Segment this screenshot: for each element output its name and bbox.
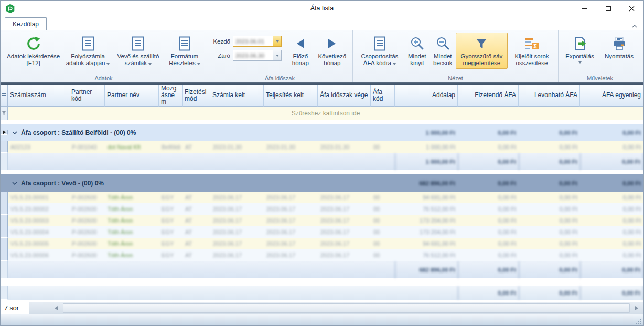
resize-grip[interactable] (636, 318, 642, 324)
expand-all-button[interactable]: Mindet kinyit (404, 33, 430, 69)
cell: 0,00 Ft (458, 141, 519, 153)
refresh-data-label: Adatok lekérdezése [F12] (7, 53, 60, 66)
cell: AT (183, 238, 210, 249)
column-header-12[interactable]: Levonható ÁFA (519, 85, 580, 107)
cell: Tóth Áron (105, 203, 159, 215)
scroll-left-button[interactable] (51, 302, 61, 314)
subtotal-cell: 0,00 Ft (580, 153, 643, 170)
cell: 0,00 Ft (458, 238, 519, 249)
cell: 0,00 Ft (519, 192, 580, 203)
cell: AT (183, 215, 210, 226)
scroll-right-button[interactable] (632, 302, 641, 314)
ribbon-group-adatok: Adatok lekérdezése [F12] Folyószámla ada… (1, 30, 207, 82)
grand-total-cell: 0,00 Ft (580, 286, 643, 300)
cell: VS.5.23.00001 (8, 192, 69, 203)
refresh-icon (26, 35, 41, 52)
formatum-label: Formátum Részletes (169, 53, 198, 66)
cell: Tóth Áron (105, 226, 159, 238)
folyoszamla-button[interactable]: Folyószámla adatok alapján (64, 33, 111, 69)
cell: EGY (159, 249, 183, 261)
print-button[interactable]: Nyomtatás (599, 33, 639, 62)
list-icon (373, 35, 386, 52)
column-header-5[interactable]: Fizetési mód (183, 85, 210, 107)
bottom-bar: 7 sor (1, 302, 643, 314)
cell: 0,00 Ft (458, 192, 519, 203)
kezdo-dropdown-button[interactable] (273, 36, 281, 46)
scrollbar-thumb[interactable] (63, 303, 630, 313)
vevo-szallito-button[interactable]: Vevő és szállító számlák (112, 33, 165, 69)
column-header-1[interactable]: Számlaszám (8, 85, 69, 107)
formatum-button[interactable]: Formátum Részletes (165, 33, 205, 69)
data-row[interactable]: VS.5.23.00002P-002600Tóth ÁronEGYAT2023.… (1, 203, 643, 215)
group-label-afa-idoszak: Áfa időszak (207, 75, 352, 81)
cell: 2023.06.17 (264, 215, 318, 226)
cell: 0,00 Ft (458, 215, 519, 226)
group-row[interactable]: Áfa csoport : Vevő - (00) 0%682 896,00 F… (1, 173, 643, 192)
cell: 94 691,00 Ft (395, 192, 458, 203)
column-header-4[interactable]: Mozgásnem (159, 85, 183, 107)
column-header-2[interactable]: Partner kód (69, 85, 105, 107)
column-header-13[interactable]: ÁFA egyenleg (580, 85, 643, 107)
row-indicator (1, 153, 8, 170)
collapse-all-button[interactable]: Mindet becsuk (430, 33, 456, 69)
group-label: Áfa csoport : Szállító Belföldi - (00) 0… (8, 129, 395, 136)
ribbon-group-muveletek: Exportálás Nyomtatás Műveletek (559, 30, 641, 82)
data-row[interactable]: VS.5.23.00004P-002600Tóth ÁronEGYAT2023.… (1, 226, 643, 238)
arrow-left-icon (55, 306, 58, 310)
quick-filter-toggle-button[interactable]: Gyorsszűrő sáv megjelenítése (456, 33, 508, 69)
maximize-button[interactable] (596, 1, 620, 16)
group-total-cell: 682 896,00 Ft (395, 180, 458, 186)
cell: VS.5.23.00006 (8, 249, 69, 261)
cell: 00 (371, 238, 395, 249)
sum-rows-icon: Σ (524, 35, 539, 52)
cell: 2023.06.17 (210, 249, 264, 261)
cell: 2023.01.30 (264, 141, 318, 153)
select-all-corner[interactable] (1, 85, 8, 107)
data-row[interactable]: VS.5.23.00003P-002600Tóth ÁronEGYAT2023.… (1, 215, 643, 226)
prev-month-button[interactable]: Előző hónap (287, 33, 314, 69)
dropdown-caret-icon (276, 40, 279, 43)
row-indicator (1, 192, 8, 203)
data-row[interactable]: VS.5.23.00001P-002600Tóth ÁronEGYAT2023.… (1, 192, 643, 203)
cell: VS.5.23.00004 (8, 226, 69, 238)
minimize-button[interactable] (573, 1, 596, 16)
zaro-date-field[interactable]: 2023.06.30 (233, 50, 282, 61)
data-row[interactable]: VS.5.23.00005P-002600Tóth ÁronEGYAT2023.… (1, 238, 643, 249)
zaro-dropdown-button[interactable] (273, 50, 281, 60)
tab-label: Kezdőlap (13, 20, 39, 28)
arrow-left-icon (297, 35, 304, 52)
row-indicator (1, 226, 8, 238)
export-button[interactable]: Exportálás (561, 33, 599, 66)
cell: AT (183, 249, 210, 261)
close-button[interactable] (620, 1, 643, 16)
column-header-8[interactable]: Áfa időszak vége (318, 85, 371, 107)
column-header-3[interactable]: Partner név (105, 85, 159, 107)
column-header-10[interactable]: Adóalap (395, 85, 458, 107)
collapse-ribbon-button[interactable] (632, 20, 637, 30)
kezdo-date-field[interactable]: 2023.06.01 (233, 36, 282, 47)
list-icon (178, 35, 191, 52)
close-icon (629, 6, 635, 12)
group-row[interactable]: Áfa csoport : Szállító Belföldi - (00) 0… (1, 124, 643, 141)
refresh-data-button[interactable]: Adatok lekérdezése [F12] (3, 33, 64, 69)
group-total-cell: 0,00 Ft (519, 130, 580, 136)
data-row[interactable]: A02123P-001043dot Naval KftBelföldiAT202… (1, 141, 643, 153)
column-header-9[interactable]: Áfa kód (371, 85, 395, 107)
column-header-7[interactable]: Teljesítés kelt (264, 85, 318, 107)
column-header-11[interactable]: Fizetendő ÁFA (458, 85, 519, 107)
data-row[interactable]: VS.5.23.00006P-002600Tóth ÁronEGYAT2023.… (1, 249, 643, 261)
filter-hint[interactable]: Szűréshez kattintson ide (8, 107, 643, 120)
cell: 2023.06.17 (210, 203, 264, 215)
column-header-6[interactable]: Számla kelt (210, 85, 264, 107)
next-month-button[interactable]: Következő hónap (314, 33, 350, 69)
cell: 00 (371, 215, 395, 226)
csoportositas-button[interactable]: Csoportosítás ÁFA kódra (355, 33, 404, 69)
cell: 2023.06.17 (264, 226, 318, 238)
filter-funnel-icon (475, 35, 488, 52)
cell: P-002600 (69, 238, 105, 249)
tab-kezdolap[interactable]: Kezdőlap (5, 17, 47, 30)
horizontal-scrollbar[interactable] (29, 302, 643, 314)
grid-filter-row[interactable]: Szűréshez kattintson ide (1, 107, 643, 120)
next-month-label: Következő hónap (318, 53, 346, 66)
sum-selected-rows-button[interactable]: Σ Kijelölt sorok összesítése (508, 33, 556, 69)
